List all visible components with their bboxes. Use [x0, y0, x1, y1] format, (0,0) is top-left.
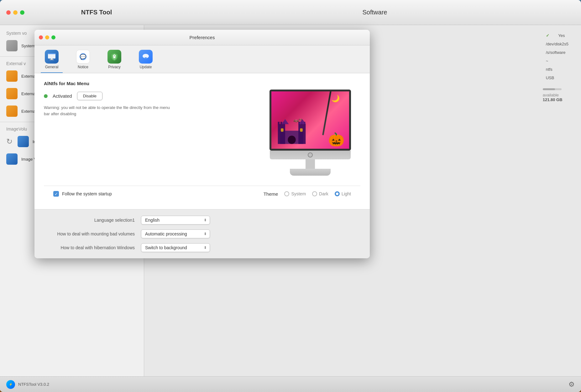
- notice-tab-icon: 💬: [76, 50, 90, 64]
- prefs-title: Preferences: [190, 35, 215, 40]
- status-dot: [44, 94, 48, 98]
- bottom-bar: ⚡ NTFSTool V3.0.2 ⚙: [0, 376, 581, 392]
- volume-info-table: ✓ Yes /dev/disk2s5 /s/software ~ ntfs: [543, 31, 572, 82]
- image-volume-icon: ↻: [6, 137, 13, 146]
- hibernation-setting-row: How to deal with hibernation Windows Swi…: [44, 243, 360, 252]
- main-maximize-button[interactable]: [20, 10, 24, 15]
- bad-volumes-setting-row: How to deal with mounting bad volumes Au…: [44, 230, 360, 238]
- startup-checkbox[interactable]: ✓: [53, 191, 59, 197]
- software-path: /s/software: [543, 48, 572, 57]
- language-label: Language selection1: [44, 218, 135, 223]
- tab-notice[interactable]: 💬 Notice: [72, 50, 94, 73]
- main-titles: NTFS Tool Software: [24, 9, 581, 16]
- theme-radio-light[interactable]: Light: [335, 191, 351, 196]
- general-tab-label: General: [45, 65, 59, 69]
- hibernation-label: How to deal with hibernation Windows: [44, 245, 135, 250]
- theme-section: Theme System Dark Light: [264, 191, 351, 197]
- update-tab-icon: [139, 50, 153, 64]
- check-icon: ✓: [543, 31, 555, 40]
- version-text: NTFSTool V3.0.2: [18, 382, 49, 387]
- ntfs-logo: ⚡: [6, 380, 15, 389]
- radio-circle-light: [335, 191, 340, 196]
- svg-rect-10: [298, 124, 306, 144]
- available-label: available: [543, 93, 572, 97]
- fs-type: ntfs: [543, 65, 572, 74]
- disable-button[interactable]: Disable: [77, 92, 102, 100]
- imac-container: 🦇 🦇 🎃 🌙: [263, 90, 357, 177]
- privacy-tab-icon: [107, 50, 121, 64]
- svg-rect-11: [278, 122, 280, 124]
- privacy-tab-label: Privacy: [108, 65, 120, 69]
- table-row: ~: [543, 57, 572, 65]
- prefs-maximize-button[interactable]: [51, 35, 55, 39]
- warning-text: Warning: you will not be able to operate…: [44, 105, 175, 117]
- preferences-dialog: Preferences General 💬 Notice: [34, 30, 370, 258]
- image-volume-folder-icon-2: [6, 153, 18, 165]
- radio-circle-system: [284, 191, 289, 196]
- theme-radio-group: System Dark Light: [284, 191, 351, 196]
- svg-rect-19: [300, 128, 302, 132]
- imac-screen-content: 🦇 🦇 🎃 🌙: [271, 91, 349, 149]
- main-title-ntfs: NTFS Tool: [24, 9, 169, 16]
- theme-label: Theme: [264, 191, 278, 197]
- hibernation-select[interactable]: Switch to background Ignore Notify: [141, 243, 210, 252]
- tab-general[interactable]: General: [41, 50, 63, 73]
- prefs-tab-bar: General 💬 Notice Privacy: [34, 45, 370, 73]
- tab-privacy[interactable]: Privacy: [103, 50, 125, 73]
- hibernation-select-wrapper: Switch to background Ignore Notify: [141, 243, 210, 252]
- svg-text:💬: 💬: [80, 54, 86, 60]
- external-volume-icon-1: [6, 70, 18, 82]
- logo-icon: ⚡: [9, 383, 13, 386]
- main-close-button[interactable]: [6, 10, 11, 15]
- update-tab-label: Update: [140, 65, 152, 69]
- notice-tab-label: Notice: [78, 65, 88, 69]
- svg-rect-18: [281, 128, 283, 132]
- language-select-wrapper: English Chinese Japanese: [141, 216, 210, 224]
- language-setting-row: Language selection1 English Chinese Japa…: [44, 216, 360, 224]
- castle-illustration: 🦇 🦇: [275, 116, 309, 146]
- main-title-software: Software: [169, 9, 581, 16]
- tab-update[interactable]: Update: [135, 50, 157, 73]
- language-select[interactable]: English Chinese Japanese: [141, 216, 210, 224]
- activated-row: Activated Disable: [44, 92, 254, 100]
- interface-type: USB: [543, 74, 572, 82]
- svg-text:🦇: 🦇: [298, 117, 303, 121]
- wiper-arm: [322, 90, 332, 135]
- imac-chin: [270, 151, 351, 159]
- svg-rect-6: [113, 56, 115, 58]
- prefs-content: AlNtfs for Mac Menu Activated Disable Wa…: [34, 73, 370, 258]
- yes-label: Yes: [555, 31, 572, 40]
- system-volume-icon: [6, 40, 18, 51]
- storage-progress: [543, 88, 562, 90]
- theme-radio-dark[interactable]: Dark: [312, 191, 328, 196]
- imac-power-button: [308, 152, 313, 157]
- main-minimize-button[interactable]: [13, 10, 18, 15]
- prefs-close-button[interactable]: [39, 35, 43, 39]
- imac-screen-area: 🦇 🦇 🎃 🌙: [263, 90, 357, 159]
- prefs-minimize-button[interactable]: [45, 35, 49, 39]
- pumpkin-emoji: 🎃: [328, 132, 344, 147]
- tilde-label: ~: [543, 57, 572, 65]
- prefs-window-controls: [34, 35, 55, 39]
- svg-rect-2: [51, 59, 53, 59]
- startup-label: Follow the system startup: [62, 191, 112, 196]
- available-size: 121.80 GB: [543, 97, 572, 102]
- table-row: USB: [543, 74, 572, 82]
- general-tab-icon: [45, 50, 59, 64]
- external-volume-icon-3: [6, 106, 18, 117]
- disk-path: /dev/disk2s5: [543, 40, 572, 48]
- theme-radio-system[interactable]: System: [284, 191, 306, 196]
- menu-section-title: AlNtfs for Mac Menu: [44, 81, 254, 86]
- startup-checkbox-row: ✓ Follow the system startup: [53, 191, 112, 197]
- bad-volumes-select[interactable]: Automatic processing Manual Ignore: [141, 230, 210, 238]
- imac-stand-neck: [306, 159, 315, 169]
- svg-marker-20: [281, 119, 289, 124]
- svg-rect-3: [50, 59, 54, 60]
- svg-rect-17: [288, 136, 296, 144]
- main-window-controls: [0, 10, 24, 15]
- gear-button[interactable]: ⚙: [568, 380, 575, 389]
- prefs-left-column: AlNtfs for Mac Menu Activated Disable Wa…: [44, 81, 254, 186]
- external-volume-icon-2: [6, 88, 18, 99]
- main-titlebar: NTFS Tool Software: [0, 0, 581, 25]
- radio-label-dark: Dark: [319, 191, 328, 196]
